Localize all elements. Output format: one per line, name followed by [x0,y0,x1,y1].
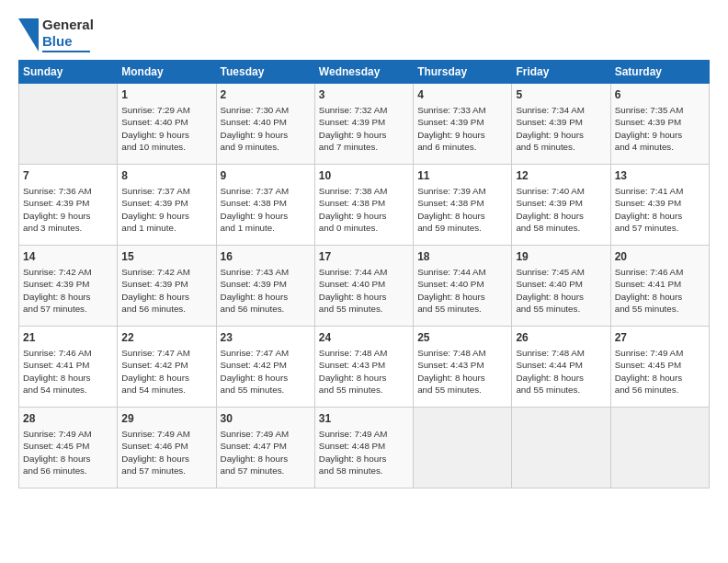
weekday-header-tuesday: Tuesday [216,61,314,84]
calendar-cell: 28Sunrise: 7:49 AM Sunset: 4:45 PM Dayli… [19,408,118,488]
calendar-table: SundayMondayTuesdayWednesdayThursdayFrid… [18,60,710,488]
calendar-cell: 26Sunrise: 7:48 AM Sunset: 4:44 PM Dayli… [512,327,610,408]
day-detail: Sunrise: 7:30 AM Sunset: 4:40 PM Dayligh… [221,104,311,153]
day-detail: Sunrise: 7:35 AM Sunset: 4:39 PM Dayligh… [615,104,705,153]
day-number: 18 [417,249,507,264]
weekday-header-thursday: Thursday [414,61,512,84]
calendar-cell: 7Sunrise: 7:36 AM Sunset: 4:39 PM Daylig… [19,165,118,246]
day-detail: Sunrise: 7:32 AM Sunset: 4:39 PM Dayligh… [319,104,409,153]
day-detail: Sunrise: 7:49 AM Sunset: 4:48 PM Dayligh… [319,428,409,477]
calendar-cell: 30Sunrise: 7:49 AM Sunset: 4:47 PM Dayli… [216,408,314,488]
calendar-cell: 2Sunrise: 7:30 AM Sunset: 4:40 PM Daylig… [216,84,314,165]
day-detail: Sunrise: 7:48 AM Sunset: 4:43 PM Dayligh… [319,347,409,396]
logo-triangle-icon [18,18,39,52]
day-number: 28 [23,411,113,426]
day-number: 9 [221,168,311,183]
calendar-cell: 14Sunrise: 7:42 AM Sunset: 4:39 PM Dayli… [19,246,118,327]
day-number: 10 [319,168,409,183]
calendar-cell: 8Sunrise: 7:37 AM Sunset: 4:39 PM Daylig… [118,165,216,246]
weekday-header-monday: Monday [118,61,216,84]
day-detail: Sunrise: 7:45 AM Sunset: 4:40 PM Dayligh… [516,266,606,315]
day-number: 12 [516,168,606,183]
day-number: 30 [221,411,311,426]
calendar-cell [512,408,610,488]
day-detail: Sunrise: 7:37 AM Sunset: 4:39 PM Dayligh… [121,185,211,234]
calendar-cell [19,84,118,165]
weekday-header-sunday: Sunday [19,61,118,84]
calendar-cell: 9Sunrise: 7:37 AM Sunset: 4:38 PM Daylig… [216,165,314,246]
day-number: 8 [121,168,211,183]
calendar-cell: 23Sunrise: 7:47 AM Sunset: 4:42 PM Dayli… [216,327,314,408]
calendar-cell: 12Sunrise: 7:40 AM Sunset: 4:39 PM Dayli… [512,165,610,246]
calendar-cell: 31Sunrise: 7:49 AM Sunset: 4:48 PM Dayli… [314,408,413,488]
day-detail: Sunrise: 7:46 AM Sunset: 4:41 PM Dayligh… [615,266,705,315]
calendar-cell: 21Sunrise: 7:46 AM Sunset: 4:41 PM Dayli… [19,327,118,408]
calendar-cell: 17Sunrise: 7:44 AM Sunset: 4:40 PM Dayli… [314,246,413,327]
day-detail: Sunrise: 7:43 AM Sunset: 4:39 PM Dayligh… [221,266,311,315]
calendar-cell: 18Sunrise: 7:44 AM Sunset: 4:40 PM Dayli… [414,246,512,327]
logo-blue: Blue [42,33,94,50]
day-detail: Sunrise: 7:47 AM Sunset: 4:42 PM Dayligh… [221,347,311,396]
day-number: 6 [615,87,705,102]
day-detail: Sunrise: 7:49 AM Sunset: 4:47 PM Dayligh… [221,428,311,477]
day-number: 26 [516,330,606,345]
day-number: 2 [221,87,311,102]
day-number: 25 [417,330,507,345]
calendar-cell: 25Sunrise: 7:48 AM Sunset: 4:43 PM Dayli… [414,327,512,408]
calendar-header: SundayMondayTuesdayWednesdayThursdayFrid… [19,61,710,84]
logo-underline [42,51,90,52]
calendar-cell: 3Sunrise: 7:32 AM Sunset: 4:39 PM Daylig… [314,84,413,165]
day-number: 15 [121,249,211,264]
day-number: 11 [417,168,507,183]
calendar-cell: 20Sunrise: 7:46 AM Sunset: 4:41 PM Dayli… [610,246,709,327]
calendar-cell: 11Sunrise: 7:39 AM Sunset: 4:38 PM Dayli… [414,165,512,246]
day-detail: Sunrise: 7:48 AM Sunset: 4:44 PM Dayligh… [516,347,606,396]
day-detail: Sunrise: 7:46 AM Sunset: 4:41 PM Dayligh… [23,347,113,396]
day-detail: Sunrise: 7:47 AM Sunset: 4:42 PM Dayligh… [121,347,211,396]
day-number: 7 [23,168,113,183]
calendar-cell: 6Sunrise: 7:35 AM Sunset: 4:39 PM Daylig… [610,84,709,165]
day-detail: Sunrise: 7:41 AM Sunset: 4:39 PM Dayligh… [615,185,705,234]
day-number: 27 [615,330,705,345]
day-detail: Sunrise: 7:37 AM Sunset: 4:38 PM Dayligh… [221,185,311,234]
calendar-cell: 27Sunrise: 7:49 AM Sunset: 4:45 PM Dayli… [610,327,709,408]
calendar-cell: 22Sunrise: 7:47 AM Sunset: 4:42 PM Dayli… [118,327,216,408]
day-detail: Sunrise: 7:29 AM Sunset: 4:40 PM Dayligh… [121,104,211,153]
page-header: General Blue [18,17,710,52]
day-number: 21 [23,330,113,345]
day-number: 29 [121,411,211,426]
calendar-cell: 24Sunrise: 7:48 AM Sunset: 4:43 PM Dayli… [314,327,413,408]
calendar-cell: 19Sunrise: 7:45 AM Sunset: 4:40 PM Dayli… [512,246,610,327]
day-number: 16 [221,249,311,264]
day-detail: Sunrise: 7:42 AM Sunset: 4:39 PM Dayligh… [23,266,113,315]
day-detail: Sunrise: 7:39 AM Sunset: 4:38 PM Dayligh… [417,185,507,234]
calendar-cell: 16Sunrise: 7:43 AM Sunset: 4:39 PM Dayli… [216,246,314,327]
day-detail: Sunrise: 7:33 AM Sunset: 4:39 PM Dayligh… [417,104,507,153]
calendar-cell: 15Sunrise: 7:42 AM Sunset: 4:39 PM Dayli… [118,246,216,327]
weekday-header-saturday: Saturday [610,61,709,84]
day-number: 20 [615,249,705,264]
day-number: 13 [615,168,705,183]
logo: General Blue [18,17,94,52]
day-number: 4 [417,87,507,102]
day-detail: Sunrise: 7:49 AM Sunset: 4:45 PM Dayligh… [23,428,113,477]
weekday-header-wednesday: Wednesday [314,61,413,84]
day-detail: Sunrise: 7:40 AM Sunset: 4:39 PM Dayligh… [516,185,606,234]
day-number: 23 [221,330,311,345]
day-detail: Sunrise: 7:44 AM Sunset: 4:40 PM Dayligh… [417,266,507,315]
calendar-cell [414,408,512,488]
calendar-cell: 10Sunrise: 7:38 AM Sunset: 4:38 PM Dayli… [314,165,413,246]
svg-marker-0 [18,18,39,52]
logo-general: General [42,17,94,33]
day-number: 1 [121,87,211,102]
day-number: 3 [319,87,409,102]
day-number: 19 [516,249,606,264]
day-detail: Sunrise: 7:48 AM Sunset: 4:43 PM Dayligh… [417,347,507,396]
day-number: 14 [23,249,113,264]
day-number: 22 [121,330,211,345]
day-number: 31 [319,411,409,426]
calendar-cell: 1Sunrise: 7:29 AM Sunset: 4:40 PM Daylig… [118,84,216,165]
day-detail: Sunrise: 7:44 AM Sunset: 4:40 PM Dayligh… [319,266,409,315]
weekday-header-friday: Friday [512,61,610,84]
day-detail: Sunrise: 7:49 AM Sunset: 4:45 PM Dayligh… [615,347,705,396]
